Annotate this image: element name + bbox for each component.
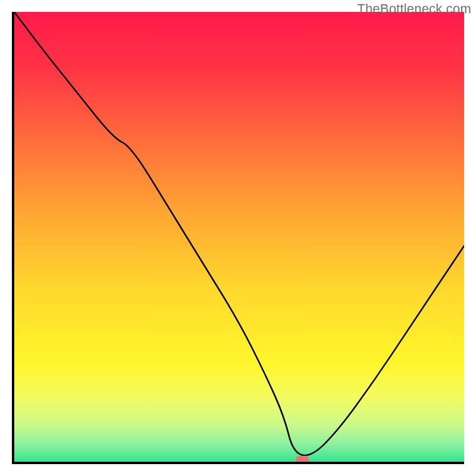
- watermark-text: TheBottleneck.com: [357, 1, 471, 17]
- bottleneck-curve: [14, 12, 464, 462]
- chart-container: TheBottleneck.com: [0, 0, 476, 476]
- optimal-marker: [296, 456, 309, 463]
- plot-area: [12, 12, 464, 464]
